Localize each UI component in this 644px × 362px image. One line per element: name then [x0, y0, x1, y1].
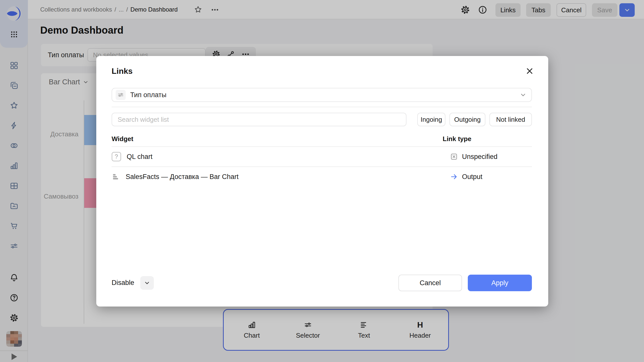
dialog-cancel-button[interactable]: Cancel — [398, 275, 462, 291]
cross-square-icon — [450, 153, 458, 161]
link-type-column-header: Link type — [443, 135, 471, 143]
chevron-down-icon — [144, 279, 151, 286]
screen: Collections and workbooks / ... / Demo D… — [0, 0, 644, 362]
dialog-title: Links — [112, 67, 133, 76]
links-dialog: Links Тип оплаты Ingoing Outgoing — [96, 56, 548, 307]
link-type-value: Output — [462, 173, 482, 181]
sliders-icon — [116, 90, 126, 100]
table-row[interactable]: SalesFacts — Доставка — Bar Chart Output — [112, 167, 532, 187]
chart-rows-icon — [112, 172, 120, 181]
selector-dropdown-value: Тип оплаты — [130, 91, 166, 99]
widget-column-header: Widget — [112, 135, 133, 143]
table-row[interactable]: ? QL chart Unspecified — [112, 147, 532, 166]
link-type-value: Unspecified — [462, 153, 497, 161]
widget-name: SalesFacts — Доставка — Bar Chart — [126, 173, 239, 181]
selector-dropdown[interactable]: Тип оплаты — [112, 88, 532, 102]
chevron-down-icon — [519, 91, 527, 99]
ingoing-filter-button[interactable]: Ingoing — [417, 113, 445, 126]
not-linked-filter-button[interactable]: Not linked — [489, 113, 532, 126]
arrow-right-icon — [450, 173, 458, 181]
close-icon[interactable] — [524, 65, 536, 77]
search-widget-input[interactable] — [112, 113, 406, 126]
disable-menu-button[interactable] — [140, 276, 154, 290]
divider — [112, 107, 532, 107]
widget-name: QL chart — [127, 153, 153, 161]
disable-label[interactable]: Disable — [112, 279, 134, 287]
dialog-apply-button[interactable]: Apply — [468, 275, 532, 291]
question-square-icon: ? — [112, 152, 121, 161]
outgoing-filter-button[interactable]: Outgoing — [449, 113, 485, 126]
